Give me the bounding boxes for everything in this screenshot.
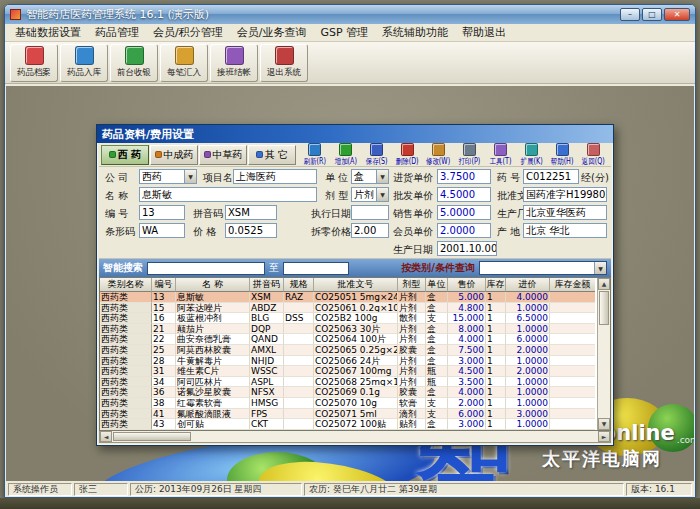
member-price-field[interactable]: 2.0000: [437, 223, 491, 238]
column-header[interactable]: 进价: [506, 278, 550, 292]
project-field[interactable]: 上海医药: [233, 169, 317, 184]
dialog-title-bar[interactable]: 药品资料/费用设置: [97, 125, 613, 143]
table-row[interactable]: 西药类15阿苯达唑片ABDZCO25061 0.2g×10片片剂盒4.80011…: [100, 303, 597, 314]
drug-no-field[interactable]: C012251: [523, 169, 579, 184]
table-row[interactable]: 西药类16板蓝根冲剂BLGDSSCO25B2 100g散剂支15.00016.5…: [100, 313, 597, 324]
refresh-button[interactable]: 刷新(R): [299, 143, 330, 167]
name-field[interactable]: 息斯敏: [139, 187, 317, 202]
table-cell: 6.5000: [506, 313, 550, 324]
column-header[interactable]: 拼音码: [250, 278, 284, 292]
tab-1[interactable]: 西 药: [101, 145, 149, 165]
company-select[interactable]: 西药: [139, 169, 197, 184]
table-row[interactable]: 西药类13息斯敏XSMRAZCO25051 5mg×24片片剂盒5.00014.…: [100, 292, 597, 303]
print-button[interactable]: 打印(P): [454, 143, 485, 167]
menu-item-7[interactable]: 帮助退出: [455, 24, 513, 41]
minimize-button[interactable]: –: [620, 8, 640, 21]
table-row[interactable]: 西药类21颠茄片DQPCO25063 30片片剂盒8.00011.0000: [100, 324, 597, 335]
origin-field[interactable]: 北京 华北: [523, 223, 607, 238]
cashier-button[interactable]: 前台收银: [110, 44, 158, 82]
scroll-track[interactable]: [192, 431, 598, 442]
menu-item-4[interactable]: 会员/业务查询: [230, 24, 314, 41]
table-row[interactable]: 西药类25阿莫西林胶囊AMXLCO25065 0.25g×24胶囊盒7.5001…: [100, 345, 597, 356]
menu-item-3[interactable]: 会员/积分管理: [146, 24, 230, 41]
table-cell: 1.0000: [506, 387, 550, 398]
menu-item-1[interactable]: 基础数据设置: [8, 24, 88, 41]
drug-archive-button[interactable]: 药品档案: [10, 44, 58, 82]
help-button[interactable]: 帮助(H): [547, 143, 578, 167]
menu-item-5[interactable]: GSP 管理: [313, 24, 375, 41]
approval-no-field[interactable]: 国药准字H19980201: [523, 187, 607, 202]
price-unit-field[interactable]: 0.0525: [225, 223, 277, 238]
split-price-field[interactable]: 2.00: [351, 223, 389, 238]
purchase-price-field[interactable]: 3.7500: [437, 169, 491, 184]
scroll-right-button[interactable]: [598, 431, 610, 442]
table-row[interactable]: 西药类36诺氟沙星胶囊NFSXCO25069 0.1g胶囊盒4.00011.00…: [100, 387, 597, 398]
return-button[interactable]: 返回(Q): [578, 143, 609, 167]
scroll-left-button[interactable]: [100, 431, 112, 442]
expand-button[interactable]: 扩展(K): [516, 143, 547, 167]
edit-button[interactable]: 修改(W): [423, 143, 454, 167]
pinyin-field[interactable]: XSM: [225, 205, 277, 220]
column-header[interactable]: 库存金额: [550, 278, 595, 292]
column-header[interactable]: 编号: [152, 278, 176, 292]
tools-button[interactable]: 工具(T): [485, 143, 516, 167]
manufacturer-field[interactable]: 北京亚华医药: [523, 205, 607, 220]
dosage-select[interactable]: 片剂: [351, 187, 389, 202]
scroll-thumb[interactable]: [113, 432, 191, 441]
retail-price-field[interactable]: 5.0000: [437, 205, 491, 220]
tab-2[interactable]: 中成药: [150, 145, 198, 165]
delete-button[interactable]: 删除(D): [392, 143, 423, 167]
code-field[interactable]: 13: [139, 205, 185, 220]
table-cell: 1: [486, 366, 506, 377]
table-cell: 16: [152, 313, 176, 324]
status-bar: 系统操作员张三公历: 2013年09月26日 星期四农历: 癸巳年八月廿二 第3…: [6, 482, 694, 497]
menu-item-2[interactable]: 药品管理: [88, 24, 146, 41]
wholesale-price-field[interactable]: 4.5000: [437, 187, 491, 202]
title-bar[interactable]: 智能药店医药管理系统 16.1 (演示版) – □ ✕: [5, 5, 695, 24]
column-header[interactable]: 规格: [284, 278, 314, 292]
scroll-track[interactable]: [598, 326, 610, 418]
drug-stock-in-button[interactable]: 药品入库: [60, 44, 108, 82]
search-input-to[interactable]: [283, 262, 349, 275]
unit-select[interactable]: 盒: [351, 169, 389, 184]
vertical-scrollbar[interactable]: [597, 278, 610, 430]
table-row[interactable]: 西药类31维生素C片WSSCCO25067 100mg片剂瓶4.50012.00…: [100, 366, 597, 377]
close-button[interactable]: ✕: [664, 8, 690, 21]
origin-label: 产 地: [497, 225, 520, 239]
tab-3[interactable]: 中草药: [199, 145, 247, 165]
table-cell: 盒: [426, 345, 448, 356]
column-header[interactable]: 剂型: [398, 278, 426, 292]
maximize-button[interactable]: □: [642, 8, 662, 21]
table-row[interactable]: 西药类28牛黄解毒片NHJDCO25066 24片片剂盒3.00011.0000: [100, 356, 597, 367]
scroll-up-button[interactable]: [598, 278, 610, 290]
save-button[interactable]: 保存(S): [361, 143, 392, 167]
retail-price-label: 销售单价: [393, 207, 433, 221]
add-button[interactable]: 增加(A): [330, 143, 361, 167]
menu-item-6[interactable]: 系统辅助功能: [375, 24, 455, 41]
column-header[interactable]: 名 称: [176, 278, 250, 292]
horizontal-scrollbar[interactable]: [99, 431, 611, 443]
chevron-down-icon: [594, 262, 606, 274]
tab-4[interactable]: 其 它: [248, 145, 296, 165]
column-header[interactable]: 售价: [448, 278, 486, 292]
barcode-field[interactable]: WA: [139, 223, 185, 238]
produce-date-field[interactable]: 2001.10.00: [437, 241, 497, 256]
table-row[interactable]: 西药类22曲安奈德乳膏QANDCO25064 100片片剂盒4.00016.00…: [100, 334, 597, 345]
column-header[interactable]: 单位: [426, 278, 448, 292]
table-cell: 板蓝根冲剂: [176, 313, 250, 324]
filter-select[interactable]: [479, 261, 607, 275]
exec-date-field[interactable]: [351, 205, 389, 220]
column-header[interactable]: 库存: [486, 278, 506, 292]
shift-settlement-button[interactable]: 接班结帐: [210, 44, 258, 82]
scroll-thumb[interactable]: [599, 291, 609, 325]
table-row[interactable]: 西药类38红霉素软膏HMSGCO25070 10g软膏支2.00011.0000: [100, 398, 597, 409]
table-row[interactable]: 西药类43创可贴CKTCO25072 100贴贴剂盒3.00011.0000: [100, 419, 597, 430]
exit-system-button[interactable]: 退出系统: [260, 44, 308, 82]
search-input-from[interactable]: [147, 262, 265, 275]
column-header[interactable]: 类别名称: [100, 278, 152, 292]
scroll-down-button[interactable]: [598, 418, 610, 430]
column-header[interactable]: 批准文号: [314, 278, 398, 292]
batch-import-button[interactable]: 每笔汇入: [160, 44, 208, 82]
table-row[interactable]: 西药类41氟哌酸滴眼液FPSCO25071 5ml滴剂支6.00013.0000: [100, 409, 597, 420]
table-row[interactable]: 西药类34阿司匹林片ASPLCO25068 25mg×100片剂瓶3.50011…: [100, 377, 597, 388]
